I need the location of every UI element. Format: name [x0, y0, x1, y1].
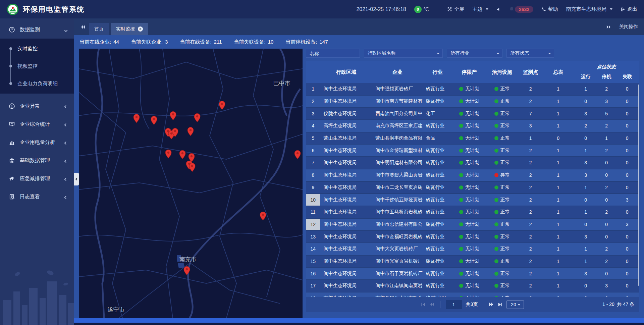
table-row[interactable]: 11阆中生态环境局阆中市五马桥页岩机砖砖瓦行业无计划正常21120	[306, 206, 639, 219]
status-filter-select[interactable]: 所有状态	[506, 49, 554, 58]
cell-enterprise: 阆中明阳建材有限公司	[372, 157, 423, 169]
prev-page-button[interactable]	[430, 302, 435, 307]
organization-dropdown[interactable]: 南充市生态环境局	[566, 6, 612, 12]
map-pin-icon[interactable]	[172, 128, 179, 139]
cell-facility-status: 正常	[486, 157, 518, 169]
table-row[interactable]: 9阆中生态环境局阆中市二龙长宝页岩砖砖瓦行业无计划正常21120	[306, 182, 639, 194]
table-row[interactable]: 13阆中生态环境局阆中市金福旺页岩机砖砖瓦行业无计划正常21300	[306, 231, 639, 243]
cell-facility-status: 正常	[486, 83, 518, 95]
cell-stopped: 2	[598, 182, 615, 194]
table-row[interactable]: 5营山生态环境局营山县润丰肉食品有限食品无计划正常10010	[306, 132, 639, 145]
cell-industry: 砖瓦行业	[423, 169, 453, 181]
table-row[interactable]: 7阆中生态环境局阆中明阳建材有限公司砖瓦行业无计划正常21300	[306, 157, 639, 169]
status-dot-icon	[494, 173, 498, 177]
sidebar-item-enterprise-abnormal[interactable]: 企业异常	[0, 97, 74, 115]
map-pin-icon[interactable]	[179, 150, 186, 161]
fullscreen-button[interactable]: 全屏	[447, 6, 464, 12]
table-row[interactable]: 18南部生态环境局南部县砚化水泥有限公建材|水泥无计划正常60060	[306, 292, 639, 297]
cell-stopped: 2	[598, 243, 615, 255]
cell-monitor-points: 3	[519, 120, 543, 132]
tabs-scroll-right-button[interactable]	[603, 25, 614, 29]
table-row[interactable]: 2阆中生态环境局阆中市南方节能建材有砖瓦行业无计划正常21030	[306, 96, 639, 108]
first-page-button[interactable]	[421, 303, 426, 307]
cell-stopped: 2	[598, 206, 615, 218]
cell-row-number: 18	[306, 292, 320, 297]
map-canvas[interactable]: 巴中市南充市遂宁市	[79, 49, 303, 318]
table-row[interactable]: 1阆中生态环境局阆中强锐页岩砖厂砖瓦行业无计划正常21120	[306, 83, 639, 96]
mute-button[interactable]	[496, 7, 501, 12]
map-pin-icon[interactable]	[133, 114, 140, 124]
sidebar-subitem[interactable]: 企业电力负荷明细	[0, 75, 74, 92]
cell-enterprise: 阆中市五马桥页岩机砖	[372, 206, 423, 218]
table-row[interactable]: 15阆中生态环境局阆中市光富页岩机砖厂砖瓦行业无计划正常21120	[306, 256, 639, 268]
sidebar-item-power-usage-analysis[interactable]: 企业用电量分析	[0, 133, 74, 151]
industry-filter-select[interactable]: 所有行业	[447, 49, 502, 58]
sidebar-collapse-handle[interactable]	[74, 173, 79, 185]
page-size-select[interactable]: 20	[506, 300, 524, 309]
cell-monitor-points: 2	[519, 256, 543, 267]
table-row[interactable]: 16阆中生态环境局阆中市石子页岩机砖厂砖瓦行业无计划正常21300	[306, 268, 639, 280]
sidebar-item-emergency-reduction[interactable]: 应急减排管理	[0, 169, 74, 187]
map-pin-icon[interactable]	[189, 163, 196, 173]
notifications[interactable]: 2632	[509, 6, 533, 13]
tab-home[interactable]: 首页	[89, 23, 109, 35]
status-dot-icon	[459, 87, 463, 91]
cell-row-number: 16	[306, 268, 320, 279]
sidebar-item-base-data-management[interactable]: 基础数据管理	[0, 151, 74, 169]
cell-stopped: 1	[598, 132, 615, 144]
table-row[interactable]: 8阆中生态环境局阆中市枣碧大梁山页岩砖瓦行业无计划异常21300	[306, 169, 639, 182]
map-pin-icon[interactable]	[170, 111, 177, 122]
sidebar-subitem[interactable]: 视频监控	[0, 57, 74, 75]
cell-disconnected: 0	[615, 182, 639, 194]
sidebar-item-log-view[interactable]: 日志查看	[0, 187, 74, 206]
cell-stop-limit-status: 无计划	[453, 231, 486, 242]
map-pin-icon[interactable]	[165, 149, 172, 160]
map-pin-icon[interactable]	[187, 127, 194, 138]
cell-total-meters: 1	[543, 157, 574, 169]
sidebar-item-data-monitor[interactable]: 数据监测	[0, 20, 74, 39]
table-row[interactable]: 12阆中生态环境局阆中市忠信建材有限公砖瓦行业无计划正常21003	[306, 219, 639, 231]
status-dot-icon	[494, 284, 498, 288]
logout-button[interactable]: 退出	[621, 6, 637, 12]
table-scrollbar[interactable]	[638, 85, 639, 286]
tabs-scroll-left-button[interactable]	[77, 25, 89, 29]
map-pin-icon[interactable]	[219, 101, 226, 111]
cell-stop-limit-status: 无计划	[453, 182, 486, 194]
map-pin-icon[interactable]	[194, 113, 201, 124]
name-filter[interactable]	[306, 49, 360, 58]
table-row[interactable]: 6阆中生态环境局阆中市金博瑞新型墙材砖瓦行业无计划正常21120	[306, 145, 639, 157]
sidebar-item-enterprise-statistics[interactable]: 企业综合统计	[0, 115, 74, 133]
page-number-input[interactable]	[446, 300, 462, 309]
cell-industry: 砖瓦行业	[423, 194, 453, 206]
cell-region: 阆中生态环境局	[320, 96, 372, 107]
map-pin-icon[interactable]	[151, 116, 158, 126]
last-page-button[interactable]	[498, 303, 502, 307]
col-header: 运行	[574, 74, 598, 80]
cell-enterprise: 阆中市石子页岩机砖厂	[372, 268, 423, 279]
cell-total-meters: 1	[543, 83, 574, 95]
next-page-button[interactable]	[489, 302, 494, 307]
table-row[interactable]: 4高坪生态环境局南充市高坪区王家店建砖瓦行业无计划正常31220	[306, 120, 639, 132]
cell-row-number: 6	[306, 145, 320, 156]
table-row[interactable]: 14阆中生态环境局阆中大兴页岩机砖厂砖瓦行业无计划正常21120	[306, 243, 639, 256]
status-dot-icon	[494, 210, 498, 214]
map-pin-icon[interactable]	[260, 211, 267, 222]
cell-running: 1	[574, 182, 597, 194]
table-row[interactable]: 17阆中生态环境局阆中市江南镇阆南页岩砖瓦行业无计划正常21030	[306, 280, 639, 292]
map-pin-icon[interactable]	[183, 266, 191, 277]
cell-enterprise: 阆中市二龙长宝页岩砖	[372, 182, 423, 194]
help-button[interactable]: 帮助	[541, 6, 558, 12]
status-dot-icon	[459, 99, 463, 103]
region-filter-select[interactable]: 行政区域名称	[364, 49, 443, 58]
close-operations-button[interactable]: 关闭操作	[619, 24, 638, 30]
name-filter-input[interactable]	[310, 51, 356, 56]
table-row[interactable]: 3仪陇生态环境局西南油气田分公司川中化工无计划正常71350	[306, 108, 639, 120]
cell-region: 高坪生态环境局	[320, 120, 372, 132]
table-row[interactable]: 10阆中生态环境局阆中千佛镇五郎垭页岩砖瓦行业无计划正常21003	[306, 194, 639, 206]
tab-realtime-monitor[interactable]: 实时监控 ×	[111, 23, 148, 35]
sidebar-subitem[interactable]: 实时监控	[0, 40, 74, 57]
close-tab-icon[interactable]: ×	[138, 26, 143, 32]
theme-dropdown[interactable]: 主题	[472, 6, 488, 12]
city-label: 遂宁市	[108, 306, 125, 314]
map-pin-icon[interactable]	[294, 150, 301, 161]
